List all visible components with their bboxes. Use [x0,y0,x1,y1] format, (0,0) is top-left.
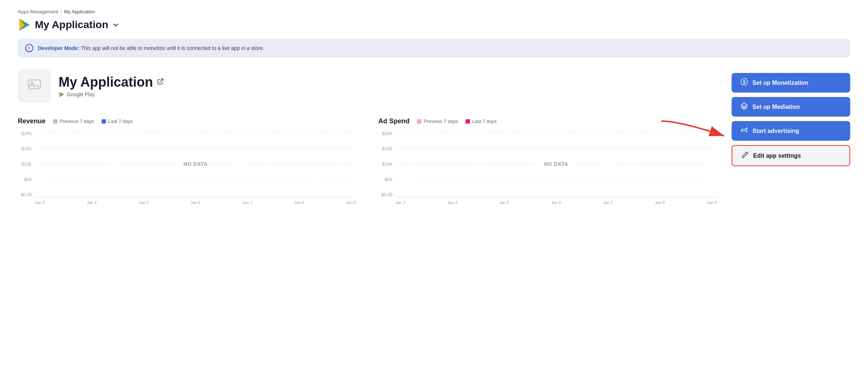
revenue-y-axis: $20K $15K $10K $5K $0.00 [18,131,35,197]
x-jan5: Jan 5 [139,200,149,205]
main-content: My Application [18,69,850,205]
adspend-prev-label: Previous 7 days [424,118,458,124]
ad-y-label-0: $0.00 [381,192,392,197]
ad-x-jan5: Jan 5 [499,200,509,205]
edit-icon [741,151,749,160]
revenue-legend-last: Last 7 days [102,118,133,124]
setup-monetization-button[interactable]: $ Set up Monetization [732,73,850,93]
x-jan3: Jan 3 [35,200,45,205]
revenue-chart-area: $20K $15K $10K $5K $0.00 NO DATA [18,131,356,205]
ad-y-label-5k: $5K [385,177,392,182]
setup-mediation-button[interactable]: Set up Mediation [732,97,850,117]
layers-icon [741,102,748,111]
adspend-chart: Ad Spend Previous 7 days Last 7 days $20… [378,117,717,205]
dollar-icon: $ [741,78,748,87]
app-store-row: Google Play [59,91,164,97]
ad-x-jan3: Jan 3 [395,200,405,205]
revenue-last-dot [102,119,106,124]
app-info-row: My Application [18,69,717,103]
revenue-chart-title: Revenue [18,117,46,125]
app-name-text: My Application [59,74,153,90]
right-panel: $ Set up Monetization Set up Mediat [732,69,850,166]
banner-label: Developer Mode: [38,45,80,51]
adspend-chart-header: Ad Spend Previous 7 days Last 7 days [378,117,717,125]
adspend-legend-last: Last 7 days [466,118,497,124]
adspend-last-dot [466,119,470,124]
chevron-down-icon[interactable] [112,21,119,29]
y-label-15k: $15K [21,146,32,151]
image-placeholder-icon [27,77,42,95]
ad-gridline-75 [395,181,717,181]
adspend-plot: NO DATA [395,131,717,197]
gridline-75 [35,181,356,181]
ad-y-label-10k: $10K [382,162,392,167]
y-label-5k: $5K [24,177,32,182]
ad-gridline-25 [395,148,717,148]
edit-app-settings-label: Edit app settings [753,153,801,159]
adspend-chart-title: Ad Spend [378,117,410,125]
setup-mediation-label: Set up Mediation [752,104,800,110]
x-jan8: Jan 8 [294,200,304,205]
revenue-no-data: NO DATA [183,161,208,167]
adspend-no-data: NO DATA [544,161,568,167]
ad-y-label-20k: $20K [382,131,392,136]
app-thumbnail [18,69,51,103]
adspend-legend-prev: Previous 7 days [417,118,458,124]
banner-message: This app will not be able to monetize un… [81,45,264,51]
y-label-20k: $20K [21,131,32,136]
start-advertising-label: Start advertising [752,128,799,134]
revenue-prev-dot [53,119,57,124]
ad-gridline-top [395,131,717,131]
revenue-legend-prev: Previous 7 days [53,118,94,124]
revenue-plot: NO DATA [35,131,356,197]
info-icon: ! [25,44,33,52]
revenue-last-label: Last 7 days [108,118,133,124]
adspend-last-label: Last 7 days [472,118,497,124]
ad-x-jan7: Jan 7 [603,200,613,205]
app-store-name: Google Play [67,91,95,97]
svg-point-5 [31,82,33,84]
external-link-icon[interactable] [157,78,164,87]
app-name-main: My Application [59,74,164,90]
ad-x-jan9: Jan 9 [707,200,717,205]
developer-mode-banner: ! Developer Mode: This app will not be a… [18,39,850,57]
ad-x-jan8: Jan 8 [655,200,665,205]
gridline-top [35,131,356,131]
google-play-small-icon [59,91,64,97]
breadcrumb: Apps Management / My Application [18,9,850,14]
megaphone-icon [741,126,748,136]
gridline-25 [35,148,356,148]
adspend-prev-dot [417,119,421,124]
app-name-section: My Application [59,74,164,97]
adspend-x-axis: Jan 3 Jan 4 Jan 5 Jan 6 Jan 7 Jan 8 Jan … [395,200,717,205]
left-section: My Application [18,69,717,205]
setup-monetization-label: Set up Monetization [752,80,808,86]
ad-x-jan4: Jan 4 [447,200,457,205]
ad-x-jan6: Jan 6 [551,200,561,205]
revenue-chart-header: Revenue Previous 7 days Last 7 days [18,117,356,125]
x-jan9: Jan 9 [346,200,356,205]
google-play-icon [18,18,31,31]
x-jan7: Jan 7 [242,200,252,205]
breadcrumb-current: My Application [64,9,95,14]
adspend-chart-area: $20K $15K $10K $5K $0.00 NO DATA [378,131,717,205]
breadcrumb-separator: / [60,9,62,14]
breadcrumb-parent[interactable]: Apps Management [18,9,58,14]
revenue-prev-label: Previous 7 days [60,118,94,124]
x-jan4: Jan 4 [87,200,97,205]
adspend-y-axis: $20K $15K $10K $5K $0.00 [379,131,395,197]
revenue-x-axis: Jan 3 Jan 4 Jan 5 Jan 6 Jan 7 Jan 8 Jan … [35,200,356,205]
svg-text:$: $ [743,80,746,85]
ad-y-label-15k: $15K [382,146,392,151]
charts-section: Revenue Previous 7 days Last 7 days $20K [18,117,717,205]
app-title: My Application [35,19,108,31]
right-panel-wrapper: $ Set up Monetization Set up Mediat [732,69,850,166]
app-title-row: My Application [18,18,850,31]
y-label-0: $0.00 [21,192,32,197]
start-advertising-button[interactable]: Start advertising [732,121,850,141]
edit-app-settings-button[interactable]: Edit app settings [732,145,850,166]
y-label-10k: $10K [21,162,32,167]
revenue-chart: Revenue Previous 7 days Last 7 days $20K [18,117,356,205]
x-jan6: Jan 6 [191,200,201,205]
